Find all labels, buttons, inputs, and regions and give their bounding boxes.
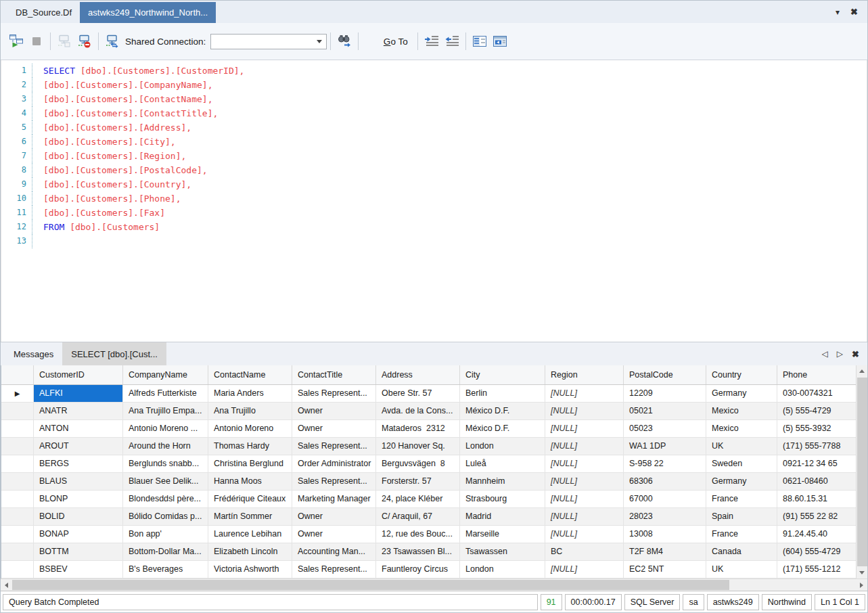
grid-cell[interactable]: London	[460, 438, 545, 455]
grid-cell[interactable]: Bon app'	[123, 526, 208, 543]
horizontal-scroll-track[interactable]	[729, 579, 856, 591]
close-results-icon[interactable]: ✖	[852, 350, 859, 359]
grid-cell[interactable]: Marseille	[460, 526, 545, 543]
grid-cell[interactable]: [NULL]	[545, 420, 624, 437]
grid-cell[interactable]: 05021	[624, 403, 706, 419]
grid-cell[interactable]: Order Administrator	[292, 455, 376, 472]
grid-cell[interactable]: Ana Trujillo	[208, 403, 292, 419]
grid-cell[interactable]: 05023	[624, 420, 706, 437]
grid-cell[interactable]: 23 Tsawassen Bl...	[376, 543, 460, 560]
grid-cell[interactable]: Sales Represent...	[292, 561, 376, 578]
grid-cell[interactable]: 0921-12 34 65	[777, 455, 856, 472]
tab-result-grid[interactable]: SELECT [dbo].[Cust...	[62, 342, 166, 365]
row-selector[interactable]	[1, 455, 34, 472]
row-selector[interactable]	[1, 561, 34, 578]
grid-cell[interactable]: Owner	[292, 403, 376, 419]
grid-cell[interactable]: AROUT	[34, 438, 123, 455]
grid-cell[interactable]: EC2 5NT	[624, 561, 706, 578]
grid-cell[interactable]: Obere Str. 57	[376, 385, 460, 402]
scroll-up-icon[interactable]	[856, 365, 868, 377]
grid-cell[interactable]: Germany	[706, 473, 777, 490]
grid-cell[interactable]: Forsterstr. 57	[376, 473, 460, 490]
grid-cell[interactable]: Blondesddsl père...	[123, 491, 208, 507]
grid-cell[interactable]: BOLID	[34, 508, 123, 525]
grid-cell[interactable]: Avda. de la Cons...	[376, 403, 460, 419]
row-selector[interactable]	[1, 420, 34, 437]
grid-cell[interactable]: France	[706, 526, 777, 543]
editor-line[interactable]: 5[dbo].[Customers].[Address],	[1, 120, 867, 135]
grid-cell[interactable]: Strasbourg	[460, 491, 545, 507]
grid-cell[interactable]: London	[460, 561, 545, 578]
grid-cell[interactable]: Owner	[292, 420, 376, 437]
row-selector[interactable]	[1, 508, 34, 525]
grid-cell[interactable]: Mataderos 2312	[376, 420, 460, 437]
grid-cell[interactable]: 030-0074321	[777, 385, 856, 402]
grid-cell[interactable]: 91.24.45.40	[777, 526, 856, 543]
row-selector-header[interactable]	[1, 365, 34, 384]
editor-line[interactable]: 4[dbo].[Customers].[ContactTitle],	[1, 106, 867, 120]
grid-cell[interactable]: ALFKI	[34, 385, 123, 402]
grid-cell[interactable]: Victoria Ashworth	[208, 561, 292, 578]
column-header-contacttitle[interactable]: ContactTitle	[292, 365, 376, 384]
grid-cell[interactable]: Christina Berglund	[208, 455, 292, 472]
horizontal-scrollbar[interactable]	[1, 578, 867, 591]
grid-cell[interactable]: [NULL]	[545, 526, 624, 543]
grid-cell[interactable]: Sales Represent...	[292, 473, 376, 490]
column-header-customerid[interactable]: CustomerID	[34, 365, 123, 384]
grid-cell[interactable]: 12, rue des Bouc...	[376, 526, 460, 543]
tab-list-dropdown-icon[interactable]: ▾	[836, 8, 840, 16]
column-header-address[interactable]: Address	[376, 365, 460, 384]
grid-cell[interactable]: Mexico	[706, 420, 777, 437]
grid-cell[interactable]: (171) 555-1212	[777, 561, 856, 578]
outdent-button[interactable]	[442, 31, 462, 51]
change-connection-button[interactable]	[102, 31, 122, 51]
grid-cell[interactable]: Ana Trujillo Empa...	[123, 403, 208, 419]
grid-cell[interactable]: 13008	[624, 526, 706, 543]
grid-cell[interactable]: 12209	[624, 385, 706, 402]
column-header-postalcode[interactable]: PostalCode	[624, 365, 706, 384]
editor-line[interactable]: 6[dbo].[Customers].[City],	[1, 135, 867, 149]
stop-button[interactable]	[26, 31, 47, 51]
grid-cell[interactable]: [NULL]	[545, 455, 624, 472]
grid-cell[interactable]: Berglunds snabb...	[123, 455, 208, 472]
column-header-companyname[interactable]: CompanyName	[123, 365, 208, 384]
grid-cell[interactable]: México D.F.	[460, 403, 545, 419]
grid-cell[interactable]: Bottom-Dollar Ma...	[123, 543, 208, 560]
grid-cell[interactable]: 0621-08460	[777, 473, 856, 490]
editor-line[interactable]: 7[dbo].[Customers].[Region],	[1, 149, 867, 163]
row-selector[interactable]	[1, 526, 34, 543]
grid-cell[interactable]: Elizabeth Lincoln	[208, 543, 292, 560]
grid-cell[interactable]: Canada	[706, 543, 777, 560]
column-header-region[interactable]: Region	[545, 365, 624, 384]
grid-cell[interactable]: WA1 1DP	[624, 438, 706, 455]
close-document-icon[interactable]: ✖	[850, 7, 858, 16]
grid-cell[interactable]: (91) 555 22 82	[777, 508, 856, 525]
grid-cell[interactable]: 68306	[624, 473, 706, 490]
grid-cell[interactable]: T2F 8M4	[624, 543, 706, 560]
row-selector[interactable]	[1, 438, 34, 455]
grid-cell[interactable]: [NULL]	[545, 385, 624, 402]
grid-cell[interactable]: Sales Represent...	[292, 438, 376, 455]
disconnect-button[interactable]	[74, 31, 95, 51]
grid-cell[interactable]: Mannheim	[460, 473, 545, 490]
grid-cell[interactable]: Thomas Hardy	[208, 438, 292, 455]
editor-line[interactable]: 13	[1, 234, 867, 248]
grid-cell[interactable]: Madrid	[460, 508, 545, 525]
goto-button[interactable]: Go To	[362, 26, 413, 57]
grid-cell[interactable]: Sweden	[706, 455, 777, 472]
grid-cell[interactable]: Blauer See Delik...	[123, 473, 208, 490]
grid-cell[interactable]: (604) 555-4729	[777, 543, 856, 560]
indent-button[interactable]	[421, 31, 442, 51]
editor-line[interactable]: 9[dbo].[Customers].[Country],	[1, 177, 867, 191]
execute-button[interactable]	[6, 31, 26, 51]
grid-cell[interactable]: Accounting Man...	[292, 543, 376, 560]
grid-cell[interactable]: BC	[545, 543, 624, 560]
grid-cell[interactable]: Bólido Comidas p...	[123, 508, 208, 525]
return-results-button[interactable]	[490, 31, 510, 51]
grid-cell[interactable]: B's Beverages	[123, 561, 208, 578]
grid-cell[interactable]: France	[706, 491, 777, 507]
grid-cell[interactable]: Berlin	[460, 385, 545, 402]
vertical-scroll-thumb[interactable]	[857, 378, 867, 566]
grid-cell[interactable]: Frédérique Citeaux	[208, 491, 292, 507]
scroll-down-icon[interactable]	[856, 567, 868, 578]
